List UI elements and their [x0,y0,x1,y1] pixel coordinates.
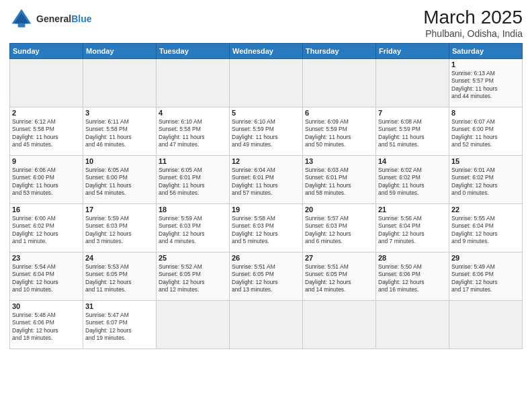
day-number: 10 [85,157,154,165]
calendar-cell: 13Sunrise: 6:03 AM Sunset: 6:01 PM Dayli… [303,156,376,204]
day-info: Sunrise: 5:51 AM Sunset: 6:05 PM Dayligh… [232,263,300,294]
day-number: 28 [378,254,447,262]
day-info: Sunrise: 6:10 AM Sunset: 5:59 PM Dayligh… [232,118,300,149]
logo: GeneralBlue [9,7,91,31]
day-number: 19 [232,205,300,214]
day-number: 21 [378,205,447,214]
day-number: 11 [159,157,227,165]
calendar-cell: 30Sunrise: 5:48 AM Sunset: 6:06 PM Dayli… [10,301,83,349]
day-number: 17 [85,205,154,214]
weekday-header-row: Sunday Monday Tuesday Wednesday Thursday… [10,44,523,59]
day-info: Sunrise: 5:54 AM Sunset: 6:04 PM Dayligh… [12,263,81,294]
day-number: 7 [378,109,447,117]
col-sunday: Sunday [10,44,83,59]
day-info: Sunrise: 6:07 AM Sunset: 6:00 PM Dayligh… [451,118,520,149]
day-number: 14 [378,157,447,165]
day-info: Sunrise: 6:08 AM Sunset: 5:59 PM Dayligh… [378,118,447,149]
day-number: 3 [85,109,154,117]
calendar-cell [449,301,523,349]
day-number: 5 [232,109,300,117]
day-number: 24 [85,254,154,262]
calendar-cell: 29Sunrise: 5:49 AM Sunset: 6:06 PM Dayli… [449,253,523,301]
day-number: 12 [232,157,300,165]
day-info: Sunrise: 5:47 AM Sunset: 6:07 PM Dayligh… [85,312,154,342]
calendar-cell [303,301,376,349]
day-info: Sunrise: 6:05 AM Sunset: 6:00 PM Dayligh… [85,167,154,197]
calendar-table: Sunday Monday Tuesday Wednesday Thursday… [9,43,523,349]
calendar-cell: 2Sunrise: 6:12 AM Sunset: 5:58 PM Daylig… [10,107,83,156]
calendar-cell: 15Sunrise: 6:01 AM Sunset: 6:02 PM Dayli… [449,156,523,204]
day-info: Sunrise: 5:50 AM Sunset: 6:06 PM Dayligh… [378,263,447,294]
day-number: 13 [305,157,373,165]
day-info: Sunrise: 6:00 AM Sunset: 6:02 PM Dayligh… [12,215,81,246]
calendar-cell [157,301,230,349]
day-number: 26 [232,254,300,262]
svg-rect-2 [18,24,26,27]
calendar-cell: 4Sunrise: 6:10 AM Sunset: 5:58 PM Daylig… [157,107,230,156]
day-info: Sunrise: 5:57 AM Sunset: 6:03 PM Dayligh… [305,215,373,246]
day-info: Sunrise: 6:03 AM Sunset: 6:01 PM Dayligh… [305,167,373,197]
day-info: Sunrise: 6:04 AM Sunset: 6:01 PM Dayligh… [232,167,300,197]
day-number: 22 [451,205,520,214]
day-info: Sunrise: 5:55 AM Sunset: 6:04 PM Dayligh… [451,215,520,246]
day-info: Sunrise: 5:58 AM Sunset: 6:03 PM Dayligh… [232,215,300,246]
day-number: 20 [305,205,373,214]
calendar-cell: 23Sunrise: 5:54 AM Sunset: 6:04 PM Dayli… [10,253,83,301]
day-info: Sunrise: 6:10 AM Sunset: 5:58 PM Dayligh… [159,118,227,149]
calendar-cell: 22Sunrise: 5:55 AM Sunset: 6:04 PM Dayli… [449,204,523,253]
logo-icon [9,7,34,31]
day-info: Sunrise: 5:59 AM Sunset: 6:03 PM Dayligh… [85,215,154,246]
calendar-cell: 16Sunrise: 6:00 AM Sunset: 6:02 PM Dayli… [10,204,83,253]
day-info: Sunrise: 6:12 AM Sunset: 5:58 PM Dayligh… [12,118,81,149]
day-number: 16 [12,205,81,214]
day-number: 18 [159,205,227,214]
day-number: 25 [159,254,227,262]
col-friday: Friday [376,44,449,59]
calendar-cell: 28Sunrise: 5:50 AM Sunset: 6:06 PM Dayli… [376,253,449,301]
day-number: 1 [451,60,520,68]
col-saturday: Saturday [449,44,523,59]
calendar-cell: 12Sunrise: 6:04 AM Sunset: 6:01 PM Dayli… [230,156,303,204]
day-number: 29 [451,254,520,262]
calendar-cell: 18Sunrise: 5:59 AM Sunset: 6:03 PM Dayli… [157,204,230,253]
calendar-cell [230,59,303,107]
title-block: March 2025 Phulbani, Odisha, India [423,7,523,39]
calendar-cell: 3Sunrise: 6:11 AM Sunset: 5:58 PM Daylig… [83,107,157,156]
calendar-subtitle: Phulbani, Odisha, India [423,28,523,39]
calendar-cell [83,59,157,107]
col-thursday: Thursday [303,44,376,59]
calendar-week-row: 9Sunrise: 6:06 AM Sunset: 6:00 PM Daylig… [10,156,523,204]
calendar-cell: 11Sunrise: 6:05 AM Sunset: 6:01 PM Dayli… [157,156,230,204]
logo-text: GeneralBlue [36,13,91,24]
day-info: Sunrise: 6:02 AM Sunset: 6:02 PM Dayligh… [378,167,447,197]
day-number: 6 [305,109,373,117]
day-info: Sunrise: 5:56 AM Sunset: 6:04 PM Dayligh… [378,215,447,246]
day-info: Sunrise: 5:52 AM Sunset: 6:05 PM Dayligh… [159,263,227,294]
calendar-cell: 27Sunrise: 5:51 AM Sunset: 6:05 PM Dayli… [303,253,376,301]
day-info: Sunrise: 5:51 AM Sunset: 6:05 PM Dayligh… [305,263,373,294]
calendar-cell: 7Sunrise: 6:08 AM Sunset: 5:59 PM Daylig… [376,107,449,156]
day-info: Sunrise: 5:48 AM Sunset: 6:06 PM Dayligh… [12,312,81,342]
day-number: 4 [159,109,227,117]
calendar-cell [157,59,230,107]
calendar-cell: 21Sunrise: 5:56 AM Sunset: 6:04 PM Dayli… [376,204,449,253]
calendar-title: March 2025 [423,7,523,28]
day-info: Sunrise: 6:01 AM Sunset: 6:02 PM Dayligh… [451,167,520,197]
day-number: 27 [305,254,373,262]
header: GeneralBlue March 2025 Phulbani, Odisha,… [9,7,523,39]
day-number: 8 [451,109,520,117]
col-monday: Monday [83,44,157,59]
day-number: 15 [451,157,520,165]
calendar-cell [376,301,449,349]
day-info: Sunrise: 5:59 AM Sunset: 6:03 PM Dayligh… [159,215,227,246]
day-info: Sunrise: 6:06 AM Sunset: 6:00 PM Dayligh… [12,167,81,197]
calendar-cell: 24Sunrise: 5:53 AM Sunset: 6:05 PM Dayli… [83,253,157,301]
calendar-cell: 10Sunrise: 6:05 AM Sunset: 6:00 PM Dayli… [83,156,157,204]
calendar-cell: 31Sunrise: 5:47 AM Sunset: 6:07 PM Dayli… [83,301,157,349]
day-info: Sunrise: 5:53 AM Sunset: 6:05 PM Dayligh… [85,263,154,294]
calendar-cell [230,301,303,349]
day-info: Sunrise: 6:05 AM Sunset: 6:01 PM Dayligh… [159,167,227,197]
calendar-cell: 19Sunrise: 5:58 AM Sunset: 6:03 PM Dayli… [230,204,303,253]
day-number: 23 [12,254,81,262]
calendar-cell: 25Sunrise: 5:52 AM Sunset: 6:05 PM Dayli… [157,253,230,301]
